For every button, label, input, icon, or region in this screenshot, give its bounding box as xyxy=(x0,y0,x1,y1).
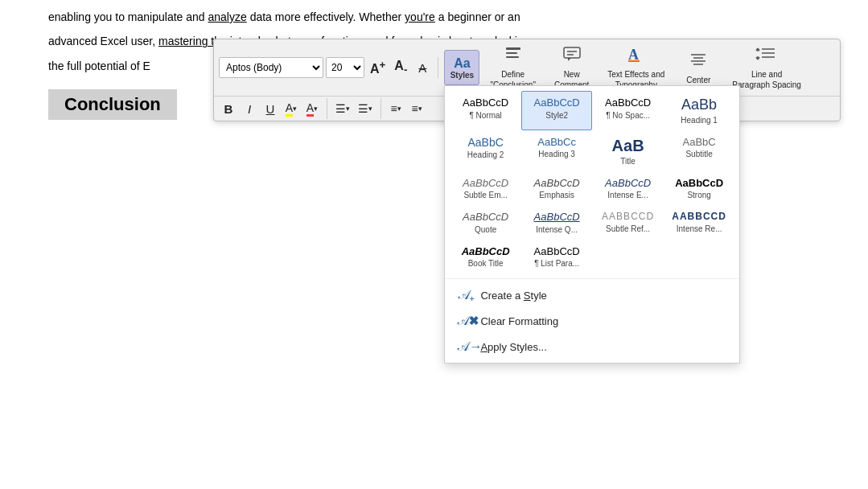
style-item-title[interactable]: AaB Title xyxy=(592,130,664,171)
style-label-heading3: Heading 3 xyxy=(538,150,575,158)
toolbar-combined: Aptos (Body) 20 A+ A- A Aa Styles xyxy=(213,39,841,121)
indent-button[interactable]: ≡ ▾ xyxy=(386,99,405,118)
toolbar-row1: Aptos (Body) 20 A+ A- A Aa Styles xyxy=(214,39,840,97)
apply-styles-label: Apply Styles... xyxy=(480,341,546,353)
style-label-intense-e: Intense E... xyxy=(607,191,648,199)
center-label: Center xyxy=(686,75,710,85)
style-preview-quote: AaBbCcD xyxy=(463,211,508,224)
style-item-intense-q[interactable]: AaBbCcD Intense Q... xyxy=(521,205,593,240)
bold-button[interactable]: B xyxy=(219,99,238,118)
grow-font-button[interactable]: A+ xyxy=(367,58,389,77)
style-item-heading1[interactable]: AaBb Heading 1 xyxy=(664,91,735,130)
font-color-button[interactable]: A ▾ xyxy=(302,99,322,118)
highlight-dropdown-icon: ▾ xyxy=(293,105,297,113)
style-item-nospace[interactable]: AaBbCcD ¶ No Spac... xyxy=(592,91,664,130)
style-label-subtitle: Subtitle xyxy=(685,150,712,158)
style-item-heading2[interactable]: AaBbC Heading 2 xyxy=(450,130,521,171)
center-icon xyxy=(689,51,708,73)
style-preview-intense-e: AaBbCcD xyxy=(605,177,651,190)
clear-formatting-item[interactable]: 𝒜✖ Clear Formatting xyxy=(445,308,739,334)
italic-icon: I xyxy=(248,102,251,116)
style-label-style2: Style2 xyxy=(545,111,568,120)
shrink-font-button[interactable]: A- xyxy=(391,58,410,77)
indent-icon: ≡ xyxy=(390,102,397,115)
create-style-item[interactable]: 𝒜₊ Create a Style xyxy=(445,282,739,308)
numbering-dropdown-icon: ▾ xyxy=(368,105,372,113)
numbering-icon: ☰ xyxy=(358,102,368,115)
style-item-quote[interactable]: AaBbCcD Quote xyxy=(450,205,521,240)
style-label-nospace: ¶ No Spac... xyxy=(606,111,650,120)
clear-formatting-label: Clear Formatting xyxy=(480,315,558,327)
style-label-strong: Strong xyxy=(687,191,710,199)
style-preview-heading3: AaBbCc xyxy=(537,136,576,149)
style-item-intense-ref[interactable]: AABBCCD Intense Re... xyxy=(664,205,735,240)
apply-styles-item[interactable]: 𝒜→ Apply Styles... xyxy=(445,334,739,360)
style-preview-subtitle: AaBbC xyxy=(683,136,716,149)
center-button[interactable]: Center xyxy=(675,47,722,88)
svg-rect-1 xyxy=(506,52,517,54)
styles-label: Styles xyxy=(450,71,474,80)
style-label-subtle-ref: Subtle Ref... xyxy=(606,224,650,233)
style-preview-subtle-ref: AABBCCD xyxy=(602,211,654,222)
new-comment-icon xyxy=(562,45,582,68)
highlight-icon: A xyxy=(286,101,293,117)
style-label-normal: ¶ Normal xyxy=(469,111,501,120)
style-item-heading3[interactable]: AaBbCc Heading 3 xyxy=(521,130,593,171)
style-item-normal[interactable]: AaBbCcD ¶ Normal xyxy=(450,91,521,130)
outdent-icon: ≡ xyxy=(411,102,418,115)
font-select[interactable]: Aptos (Body) xyxy=(219,57,323,78)
underline-button[interactable]: U xyxy=(261,99,280,118)
style-label-heading1: Heading 1 xyxy=(681,116,718,125)
size-select[interactable]: 20 xyxy=(326,57,364,78)
italic-button[interactable]: I xyxy=(240,99,259,118)
style-item-subtitle[interactable]: AaBbC Subtitle xyxy=(664,130,735,171)
style-preview-emphasis: AaBbCcD xyxy=(534,177,580,190)
outdent-dropdown-icon: ▾ xyxy=(418,105,422,113)
styles-button[interactable]: Aa Styles xyxy=(444,50,479,85)
style-item-style2[interactable]: AaBbCcD Style2 xyxy=(521,91,593,130)
style-item-strong[interactable]: AaBbCcD Strong xyxy=(664,171,735,206)
font-color-dropdown-icon: ▾ xyxy=(314,105,318,113)
style-preview-list-para: AaBbCcD xyxy=(534,245,580,258)
style-preview-intense-ref: AABBCCD xyxy=(672,211,726,222)
style-label-intense-ref: Intense Re... xyxy=(677,224,722,233)
line-spacing-label: Line andParagraph Spacing xyxy=(732,69,801,90)
style-preview-title: AaB xyxy=(612,136,644,155)
bullets-button[interactable]: ☰ ▾ xyxy=(332,99,353,118)
outdent-button[interactable]: ≡ ▾ xyxy=(407,99,426,118)
numbering-button[interactable]: ☰ ▾ xyxy=(355,99,376,118)
style-preview-style2: AaBbCcD xyxy=(534,97,580,109)
styles-grid: AaBbCcD ¶ Normal AaBbCcD Style2 AaBbCcD … xyxy=(445,86,739,278)
svg-rect-0 xyxy=(506,47,520,50)
define-icon xyxy=(504,45,523,68)
bullets-dropdown-icon: ▾ xyxy=(346,105,350,113)
shrink-icon: A- xyxy=(394,59,407,76)
styles-dropdown-wrapper: Aa Styles AaBbCcD ¶ Normal AaBbCcD Style… xyxy=(444,50,479,85)
underline-icon: U xyxy=(266,102,275,116)
styles-dropdown: AaBbCcD ¶ Normal AaBbCcD Style2 AaBbCcD … xyxy=(444,85,740,364)
style-item-subtle-ref[interactable]: AABBCCD Subtle Ref... xyxy=(592,205,664,240)
style-item-subtle-em[interactable]: AaBbCcD Subtle Em... xyxy=(450,171,521,206)
style-item-intense-e[interactable]: AaBbCcD Intense E... xyxy=(592,171,664,206)
style-label-list-para: ¶ List Para... xyxy=(534,259,579,268)
separator xyxy=(438,57,438,78)
styles-icon: Aa xyxy=(454,56,470,71)
text-effects-icon: A xyxy=(627,45,646,68)
style-preview-book-title: AaBbCcD xyxy=(462,245,510,258)
apply-styles-icon: 𝒜→ xyxy=(458,339,474,354)
highlight-button[interactable]: A ▾ xyxy=(282,99,301,118)
clear-formatting-icon: 𝒜✖ xyxy=(458,314,474,328)
create-style-icon: 𝒜₊ xyxy=(458,288,474,302)
bullets-icon: ☰ xyxy=(335,102,346,115)
style-item-emphasis[interactable]: AaBbCcD Emphasis xyxy=(521,171,593,206)
doc-paragraph-1: enabling you to manipulate and analyze d… xyxy=(48,8,820,26)
separator2 xyxy=(327,98,327,119)
style-item-book-title[interactable]: AaBbCcD Book Title xyxy=(450,240,521,274)
style-item-list-para[interactable]: AaBbCcD ¶ List Para... xyxy=(521,240,593,274)
style-label-title: Title xyxy=(620,157,636,166)
style-label-quote: Quote xyxy=(475,225,496,234)
clear-format-button[interactable]: A xyxy=(413,58,432,77)
svg-rect-3 xyxy=(564,47,580,58)
clear-format-icon: A xyxy=(418,61,426,75)
style-preview-intense-q: AaBbCcD xyxy=(534,211,580,224)
